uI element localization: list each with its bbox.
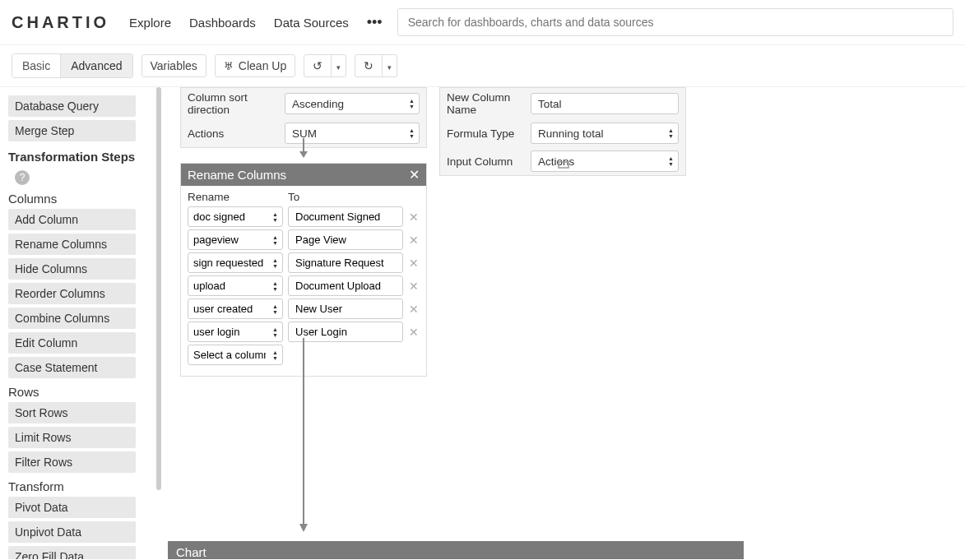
tab-advanced[interactable]: Advanced: [60, 54, 132, 77]
actions-label: Actions: [188, 127, 280, 140]
sidebar-reorder-columns[interactable]: Reorder Columns: [8, 283, 136, 304]
group-transform-label: Transform: [8, 479, 148, 493]
sidebar-zero-fill-data[interactable]: Zero Fill Data: [8, 546, 136, 559]
chart-label: Chart: [176, 545, 206, 559]
logo: CHARTIO: [12, 13, 109, 32]
chart-output-bar[interactable]: Chart: [168, 541, 744, 559]
search-container: [397, 8, 953, 36]
rename-row: user created ✕: [188, 299, 420, 319]
rename-to-input[interactable]: [288, 229, 403, 250]
sort-direction-select[interactable]: Ascending: [285, 93, 420, 114]
group-rows-label: Rows: [8, 385, 148, 399]
rename-to-input[interactable]: [288, 252, 403, 273]
search-input[interactable]: [397, 8, 953, 36]
undo-dropdown[interactable]: ▾: [331, 55, 346, 76]
help-icon[interactable]: ?: [15, 170, 30, 185]
new-column-name-input[interactable]: [531, 93, 679, 114]
variables-button[interactable]: Variables: [142, 54, 206, 77]
rename-from-select[interactable]: user login: [188, 322, 283, 342]
new-column-name-label: New Column Name: [447, 91, 526, 116]
rename-row: sign requested ✕: [188, 252, 420, 273]
sidebar-unpivot-data[interactable]: Unpivot Data: [8, 521, 136, 543]
canvas-scroll[interactable]: Column sort direction Ascending Actions …: [156, 87, 965, 559]
rename-from-header: Rename: [188, 191, 288, 203]
remove-row-icon[interactable]: ✕: [408, 211, 420, 224]
rename-row: doc signed ✕: [188, 206, 420, 227]
remove-row-icon[interactable]: ✕: [408, 234, 420, 247]
redo-button[interactable]: ↻: [355, 55, 382, 76]
toolbar: Basic Advanced Variables ♅ Clean Up ↺ ▾ …: [0, 45, 965, 87]
formula-type-select[interactable]: Running total: [531, 123, 679, 144]
sidebar: Database Query Merge Step Transformation…: [0, 87, 156, 559]
cleanup-label: Clean Up: [239, 59, 286, 72]
remove-row-icon[interactable]: ✕: [408, 280, 420, 293]
rename-add-select[interactable]: Select a column: [188, 345, 283, 365]
sidebar-filter-rows[interactable]: Filter Rows: [8, 451, 136, 473]
rename-from-select[interactable]: upload: [188, 275, 283, 296]
cleanup-button[interactable]: ♅ Clean Up: [215, 54, 295, 77]
sidebar-limit-rows[interactable]: Limit Rows: [8, 427, 136, 448]
arrow-down-long-icon: [298, 338, 309, 535]
undo-icon: ↺: [313, 59, 322, 72]
sidebar-rename-columns[interactable]: Rename Columns: [8, 234, 136, 255]
group-columns-label: Columns: [8, 192, 148, 206]
transformation-steps-label: Transformation Steps: [8, 150, 148, 164]
sidebar-merge-step[interactable]: Merge Step: [8, 120, 136, 141]
rename-from-select[interactable]: doc signed: [188, 206, 283, 227]
main: Database Query Merge Step Transformation…: [0, 87, 965, 559]
rename-row: upload ✕: [188, 275, 420, 296]
sort-direction-label: Column sort direction: [188, 91, 280, 116]
svg-rect-0: [559, 162, 568, 168]
undo-button[interactable]: ↺: [304, 55, 331, 76]
sidebar-add-column[interactable]: Add Column: [8, 209, 136, 230]
pipeline-canvas: Column sort direction Ascending Actions …: [168, 87, 965, 559]
input-column-label: Input Column: [447, 155, 526, 168]
rename-from-select[interactable]: pageview: [188, 229, 283, 250]
cleanup-icon: ♅: [224, 60, 234, 72]
rename-from-select[interactable]: user created: [188, 299, 283, 319]
rename-to-input[interactable]: [288, 206, 403, 227]
tab-basic[interactable]: Basic: [12, 54, 60, 77]
close-icon[interactable]: ✕: [409, 167, 420, 183]
nav-explore[interactable]: Explore: [129, 16, 171, 30]
rename-to-input[interactable]: [288, 275, 403, 296]
rename-to-input[interactable]: [288, 299, 403, 319]
redo-icon: ↻: [364, 59, 373, 72]
remove-row-icon[interactable]: ✕: [408, 303, 420, 316]
rename-title: Rename Columns: [188, 168, 286, 182]
sort-direction-select-wrap: Ascending: [285, 93, 420, 114]
redo-group: ↻ ▾: [355, 54, 397, 77]
arrow-down-icon: [298, 138, 309, 160]
more-menu-icon[interactable]: •••: [367, 14, 383, 31]
caret-down-icon: ▾: [336, 63, 341, 72]
sidebar-pivot-data[interactable]: Pivot Data: [8, 497, 136, 518]
rename-from-select[interactable]: sign requested: [188, 252, 283, 273]
rename-row: pageview ✕: [188, 229, 420, 250]
svg-marker-4: [299, 524, 308, 532]
undo-group: ↺ ▾: [304, 54, 346, 77]
input-column-select[interactable]: Actions: [531, 150, 679, 172]
sidebar-hide-columns[interactable]: Hide Columns: [8, 258, 136, 280]
rename-header: Rename Columns ✕: [181, 164, 426, 186]
sidebar-combine-columns[interactable]: Combine Columns: [8, 308, 136, 329]
svg-marker-2: [299, 151, 308, 158]
rename-to-header: To: [288, 191, 299, 203]
redo-dropdown[interactable]: ▾: [382, 55, 397, 76]
remove-row-icon[interactable]: ✕: [408, 326, 420, 339]
caret-down-icon: ▾: [387, 63, 392, 72]
mode-tabs: Basic Advanced: [12, 53, 133, 78]
connector-handle-icon: [558, 161, 569, 169]
top-nav: CHARTIO Explore Dashboards Data Sources …: [0, 0, 965, 45]
formula-type-label: Formula Type: [447, 127, 526, 140]
sidebar-database-query[interactable]: Database Query: [8, 95, 136, 117]
sidebar-edit-column[interactable]: Edit Column: [8, 332, 136, 354]
nav-dashboards[interactable]: Dashboards: [189, 16, 256, 30]
sidebar-sort-rows[interactable]: Sort Rows: [8, 402, 136, 423]
remove-row-icon[interactable]: ✕: [408, 257, 420, 270]
sidebar-case-statement[interactable]: Case Statement: [8, 357, 136, 378]
nav-data-sources[interactable]: Data Sources: [274, 16, 349, 30]
